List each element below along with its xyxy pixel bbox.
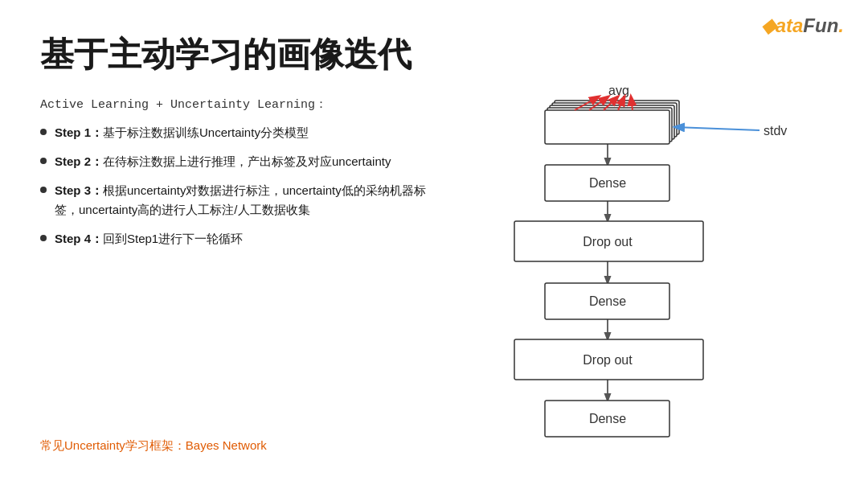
avg-label: avg — [608, 84, 629, 97]
step-label-2: Step 2： — [55, 154, 103, 168]
bullet-text-3: Step 3：根据uncertainty对数据进行标注，uncertainty低… — [55, 181, 426, 220]
neural-network-diagram: avg stdv — [458, 72, 828, 483]
dropout-label-2: Drop out — [583, 353, 633, 367]
logo: ◆ataFun. — [761, 14, 844, 37]
bullet-text-1: Step 1：基于标注数据训练Uncertainty分类模型 — [55, 123, 426, 142]
content-area: Active Learning + Uncertainty Learning： … — [40, 97, 426, 258]
logo-text: ◆ataFun. — [761, 14, 844, 37]
intro-line: Active Learning + Uncertainty Learning： — [40, 97, 426, 112]
step-content-4: 回到Step1进行下一轮循环 — [103, 232, 243, 245]
bullet-dot — [40, 129, 47, 135]
dropout-label-1: Drop out — [583, 235, 633, 249]
page-title: 基于主动学习的画像迭代 — [40, 32, 411, 77]
bullet-text-2: Step 2：在待标注数据上进行推理，产出标签及对应uncertainty — [55, 152, 426, 171]
bullet-list: Step 1：基于标注数据训练Uncertainty分类模型 Step 2：在待… — [40, 123, 426, 249]
svg-line-5 — [675, 127, 760, 130]
stdv-label: stdv — [764, 124, 787, 138]
list-item: Step 1：基于标注数据训练Uncertainty分类模型 — [40, 123, 426, 142]
step-content-1: 基于标注数据训练Uncertainty分类模型 — [103, 125, 309, 139]
step-content-2: 在待标注数据上进行推理，产出标签及对应uncertainty — [103, 154, 391, 168]
bullet-text-4: Step 4：回到Step1进行下一轮循环 — [55, 229, 426, 249]
dense-label-3: Dense — [589, 412, 626, 425]
common-line: 常见Uncertainty学习框架：Bayes Network — [40, 438, 267, 454]
step-label-3: Step 3： — [55, 183, 103, 197]
dense-label-1: Dense — [589, 176, 626, 190]
bullet-dot — [40, 235, 47, 241]
svg-rect-4 — [545, 110, 669, 144]
list-item: Step 3：根据uncertainty对数据进行标注，uncertainty低… — [40, 181, 426, 220]
list-item: Step 4：回到Step1进行下一轮循环 — [40, 229, 426, 249]
bullet-dot — [40, 158, 47, 164]
step-label-1: Step 1： — [55, 125, 103, 139]
step-label-4: Step 4： — [55, 232, 103, 245]
step-content-3: 根据uncertainty对数据进行标注，uncertainty低的采纳机器标签… — [55, 183, 426, 216]
diagram-svg: avg stdv — [458, 72, 828, 483]
dense-label-2: Dense — [589, 294, 626, 308]
bullet-dot — [40, 187, 47, 193]
list-item: Step 2：在待标注数据上进行推理，产出标签及对应uncertainty — [40, 152, 426, 171]
